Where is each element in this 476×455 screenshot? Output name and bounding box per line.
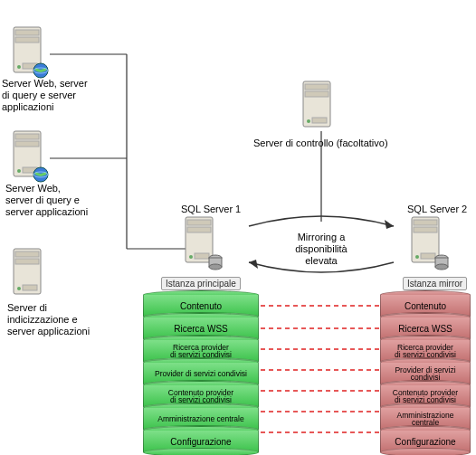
sql-server-1-icon [186,217,213,262]
sql-server-2-icon [412,217,439,262]
server-icons [0,0,476,455]
witness-server-icon [303,81,330,127]
index-server-icon [14,249,41,294]
